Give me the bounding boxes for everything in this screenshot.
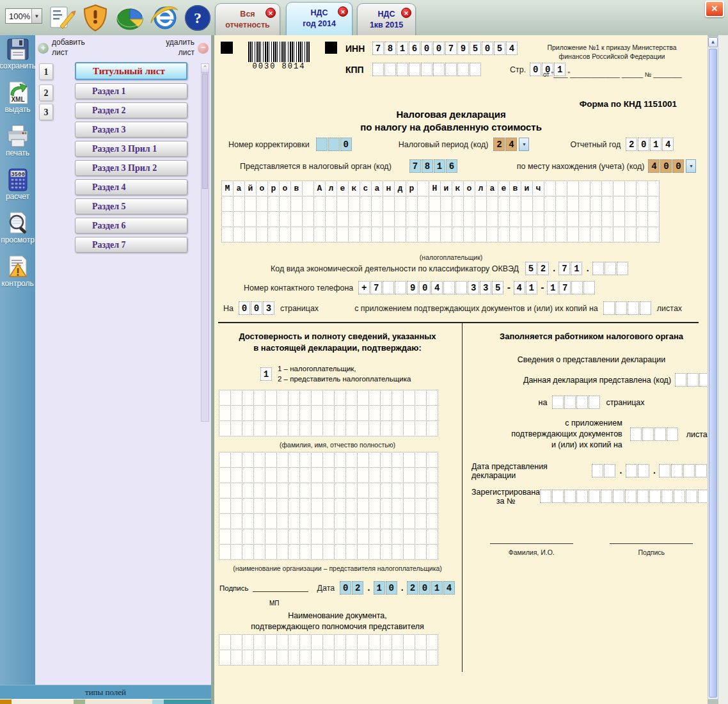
confirm-title: Достоверность и полноту сведений, указан…: [219, 331, 455, 342]
preview-button[interactable]: просмотр: [0, 209, 35, 253]
authority-doc-grid[interactable]: [219, 635, 455, 666]
report-year-cells[interactable]: 2014: [626, 138, 674, 151]
fio-caption: (фамилия, имя, отчество полностью): [280, 441, 395, 449]
person-code-legend: 1 – налогоплательщик, 2 – представитель …: [278, 364, 411, 384]
location-code-dropdown-icon[interactable]: ▼: [686, 159, 696, 173]
officer-name-line[interactable]: [490, 536, 573, 544]
officer-signature-caption: Подпись: [638, 548, 665, 556]
tab-close-icon[interactable]: ✕: [338, 6, 348, 17]
field-type-legend: [0, 699, 211, 704]
sidebar-item-section-3-app-2[interactable]: Раздел 3 Прил 2: [75, 160, 187, 176]
sidebar-item-section-1[interactable]: Раздел 1: [75, 83, 187, 99]
barcode: 0030 8014: [248, 42, 310, 71]
sidebar-item-section-4[interactable]: Раздел 4: [75, 179, 187, 195]
tab-close-icon[interactable]: ✕: [401, 8, 411, 18]
zoom-select[interactable]: 100% ▼: [5, 8, 42, 24]
officer-sheets-label: листах: [686, 430, 708, 439]
attachments-cells[interactable]: [603, 301, 652, 315]
date-cells[interactable]: 02.10.2014: [340, 581, 455, 595]
tax-period-cells[interactable]: 24: [493, 138, 518, 151]
button-label: выдать: [4, 105, 30, 114]
phone-cells[interactable]: +7904335-41-17: [358, 281, 596, 294]
scroll-up-icon[interactable]: ⌃: [202, 64, 209, 73]
delete-sheet-icon[interactable]: −: [198, 43, 209, 54]
signature-line[interactable]: [253, 584, 308, 592]
sidebar-item-section-5[interactable]: Раздел 5: [75, 198, 187, 214]
page-label: Стр.: [510, 65, 526, 74]
scrollbar-thumb[interactable]: [709, 49, 717, 698]
submitted-code-cells[interactable]: [675, 373, 708, 387]
sidebar-item-section-7[interactable]: Раздел 7: [75, 237, 187, 253]
preview-magnifier-icon: [6, 211, 30, 236]
help-icon[interactable]: ?: [183, 3, 212, 33]
representative-org-grid[interactable]: [219, 452, 455, 560]
phone-label: Номер контактного телефона: [244, 284, 353, 292]
registration-mark-icon: [221, 42, 233, 54]
legend-swatch: [152, 700, 164, 704]
scrollbar-thumb[interactable]: [202, 74, 208, 189]
section-list: 1 Титульный лист 2 Раздел 1 3 Раздел 2 Р…: [75, 62, 187, 256]
save-button[interactable]: сохранить: [0, 35, 35, 79]
add-sheet-label[interactable]: добавитьлист: [52, 38, 85, 58]
scroll-up-icon[interactable]: ▲: [708, 37, 718, 47]
correction-number-cells[interactable]: 0: [316, 138, 352, 151]
sidebar-item-section-3[interactable]: Раздел 3: [75, 122, 187, 138]
button-label: просмотр: [1, 236, 35, 244]
confirmation-column: Достоверность и полноту сведений, указан…: [218, 323, 463, 672]
order-blanks-line: от "____"______________ ______ № _______…: [543, 71, 681, 78]
officer-signature-line[interactable]: [610, 536, 693, 544]
tax-authority-cells[interactable]: 7816: [409, 159, 458, 173]
sheet-number: 3: [39, 104, 53, 120]
inn-label: ИНН: [345, 44, 367, 54]
sidebar-item-title-sheet[interactable]: Титульный лист: [75, 62, 187, 80]
button-label: контроль: [1, 279, 34, 288]
add-sheet-icon[interactable]: +: [38, 43, 49, 54]
taxpayer-name-grid[interactable]: МайоровАлександрНиколаевич: [222, 181, 660, 243]
officer-pages-label: страницах: [606, 398, 644, 407]
zoom-value: 100%: [6, 12, 31, 21]
inn-cells[interactable]: 781600795054: [372, 42, 518, 55]
okved-cells[interactable]: 52.71.: [525, 262, 629, 275]
correction-number-label: Номер корректировки: [228, 140, 310, 149]
tab-nds-1q2015[interactable]: НДС 1кв 2015 ✕: [357, 3, 416, 35]
check-warning-icon: [6, 255, 30, 279]
officer-pages-cells[interactable]: [552, 396, 601, 409]
sidebar-item-section-2[interactable]: Раздел 2: [75, 102, 187, 118]
sidebar-item-section-6[interactable]: Раздел 6: [75, 218, 187, 234]
button-label: сохранить: [0, 61, 35, 70]
location-code-cells[interactable]: 400: [648, 159, 684, 173]
sheet-number: 2: [39, 84, 53, 101]
form-scrollbar[interactable]: ▲: [708, 36, 718, 700]
submission-date-cells[interactable]: ..: [592, 464, 708, 477]
export-xml-button[interactable]: XML выдать: [0, 79, 35, 122]
legend-swatch: [0, 700, 12, 704]
kpp-cells[interactable]: [372, 63, 482, 76]
fio-grid[interactable]: [219, 390, 455, 436]
sidebar-item-section-3-app-1[interactable]: Раздел 3 Прил 1: [75, 141, 187, 157]
tab-close-icon[interactable]: ✕: [265, 8, 276, 18]
window-close-button[interactable]: ✕: [705, 1, 724, 17]
print-button[interactable]: печать: [0, 122, 35, 166]
internet-explorer-icon[interactable]: [150, 3, 179, 33]
tax-period-dropdown-icon[interactable]: ▼: [519, 138, 529, 151]
pie-chart-icon[interactable]: [115, 3, 145, 33]
security-shield-icon[interactable]: [81, 3, 110, 33]
sheet-actions: + добавитьлист удалитьлист −: [35, 35, 211, 61]
registration-number-cells[interactable]: [540, 490, 708, 503]
submitted-code-label: Данная декларация представлена (код): [523, 376, 671, 385]
tab-all-reports[interactable]: Вся отчетность ✕: [215, 3, 280, 35]
control-button[interactable]: контроль: [0, 253, 35, 296]
person-code-cell[interactable]: 1: [260, 367, 273, 381]
calculate-button[interactable]: 3500 расчет: [0, 166, 35, 209]
officer-attach-cells[interactable]: [630, 428, 679, 441]
delete-sheet-label[interactable]: удалитьлист: [166, 38, 194, 58]
barcode-digits: 0030 8014: [248, 62, 310, 71]
tab-nds-2014[interactable]: НДС год 2014 ✕: [286, 2, 352, 35]
edit-report-icon[interactable]: [47, 3, 77, 33]
svg-text:XML: XML: [11, 96, 24, 103]
pages-cells[interactable]: 003: [239, 301, 275, 315]
chevron-down-icon[interactable]: ▼: [31, 9, 42, 23]
authority-doc-label: Наименование документа, подтверждающего …: [219, 611, 455, 632]
left-action-strip: сохранить XML выдать: [0, 35, 35, 685]
sidebar-scrollbar[interactable]: ⌃: [201, 63, 209, 422]
